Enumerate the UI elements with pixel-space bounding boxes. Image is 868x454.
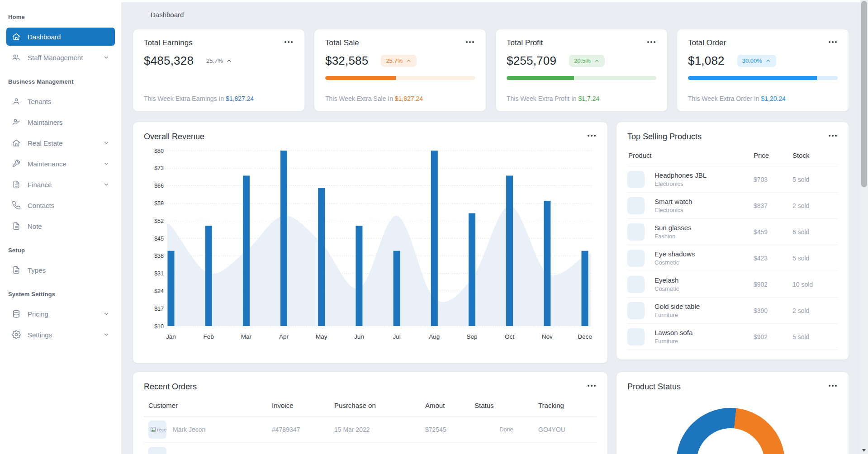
chevron-down-icon [103, 161, 109, 167]
svg-text:$38: $38 [154, 253, 164, 259]
order-invoice: #4789347 [272, 426, 334, 433]
bar-oct [506, 175, 513, 326]
revenue-area-series [167, 206, 591, 326]
product-row-eye-shadows: Eye shadowsCosmetic$4235 sold [627, 245, 838, 271]
sidebar: HomeDashboardStaff ManagementBusiness Ma… [0, 0, 121, 454]
sidebar-item-maintainers[interactable]: Maintainers [6, 113, 115, 131]
stat-card-delta: 25.7% [381, 55, 417, 67]
stat-card-menu-button[interactable] [646, 38, 656, 46]
home-icon [12, 138, 21, 147]
stat-card-value: $1,082 [688, 54, 725, 68]
bar-aug [431, 151, 438, 326]
sidebar-item-note[interactable]: Note [6, 217, 115, 235]
svg-text:Dece: Dece [578, 333, 592, 340]
svg-text:$66: $66 [154, 183, 164, 189]
product-avatar [627, 250, 645, 267]
products-table-body: Headphones JBLElectronics$7035 soldSmart… [627, 166, 838, 350]
sidebar-item-types[interactable]: Types [6, 261, 115, 279]
stat-card-menu-button[interactable] [284, 38, 294, 46]
product-price: $902 [754, 281, 792, 288]
stat-card-title: Total Order [688, 38, 726, 47]
phone-icon [12, 201, 21, 210]
stat-card-progress-bar [507, 76, 656, 80]
svg-text:Aug: Aug [429, 333, 440, 340]
product-avatar [627, 171, 645, 188]
person-check-icon [12, 118, 21, 127]
product-name: Smart watch [655, 198, 754, 205]
product-row-headphones-jbl: Headphones JBLElectronics$7035 sold [627, 166, 838, 193]
stat-card-menu-button[interactable] [828, 38, 838, 46]
stat-card-total-earnings: Total Earnings$485,32825.7%This Week Ext… [133, 29, 304, 111]
svg-text:$52: $52 [154, 218, 164, 224]
product-avatar [627, 328, 645, 345]
sidebar-item-contacts[interactable]: Contacts [6, 196, 115, 214]
svg-text:$73: $73 [154, 165, 164, 171]
product-category: Fashion [655, 233, 754, 240]
product-status-donut [676, 408, 785, 454]
sidebar-item-tenants[interactable]: Tenants [6, 92, 115, 110]
chevron-down-icon [103, 181, 109, 188]
svg-text:$31: $31 [154, 270, 164, 277]
arrow-up-icon [226, 58, 232, 64]
sidebar-item-dashboard[interactable]: Dashboard [6, 28, 115, 46]
product-row-eyelash: EyelashCosmetic$90210 sold [627, 271, 838, 298]
recent-orders-card: Recent Orders Customer Invoice Pusrchase… [133, 372, 607, 454]
sidebar-item-maintenance[interactable]: Maintenance [6, 155, 115, 173]
stat-card-note-amount: $1,7.24 [578, 95, 599, 102]
sidebar-item-label: Dashboard [28, 33, 61, 41]
sidebar-item-finance[interactable]: Finance [6, 175, 115, 194]
page-scrollbar[interactable] [860, 0, 868, 454]
bar-nov [544, 201, 550, 326]
top-selling-products-title: Top Selling Products [627, 132, 702, 142]
stat-card-note: This Week Extra Profit In $1,7.24 [507, 95, 656, 102]
breadcrumb: Dashboard [151, 11, 849, 19]
overall-revenue-card: Overall Revenue $80$73$66$59$52$45$38$31… [133, 122, 607, 363]
overall-revenue-menu-button[interactable] [587, 132, 597, 139]
bar-dece [582, 251, 588, 326]
sidebar-item-real-estate[interactable]: Real Estate [6, 134, 115, 152]
bar-may [318, 188, 325, 326]
orders-table-body: receMark Jecon#478934715 Mar 2022$72545D… [144, 416, 597, 454]
stat-card-value: $255,709 [507, 54, 556, 68]
stat-card-value: $485,328 [144, 54, 194, 68]
arrow-up-icon [594, 58, 600, 64]
product-avatar [627, 223, 645, 241]
recent-orders-menu-button[interactable] [587, 382, 597, 389]
stat-card-title: Total Earnings [144, 38, 193, 47]
svg-text:$17: $17 [154, 306, 164, 312]
orders-col-tracking: Tracking [538, 402, 597, 409]
sidebar-item-pricing[interactable]: Pricing [6, 305, 115, 323]
order-purchase-date: 15 Mar 2022 [334, 426, 425, 433]
person-icon [12, 97, 21, 106]
sidebar-item-staff-management[interactable]: Staff Management [6, 48, 115, 66]
scrollbar-down-arrow-icon[interactable] [862, 449, 866, 452]
bar-mar [243, 175, 250, 326]
bar-jul [394, 251, 400, 326]
sidebar-section-business-management: Business Management [8, 78, 113, 85]
product-category: Furniture [655, 338, 754, 345]
stat-card-delta: 30.00% [737, 55, 776, 67]
products-col-product: Product [628, 151, 754, 159]
sidebar-item-label: Settings [28, 331, 52, 339]
bar-apr [280, 151, 287, 326]
arrow-up-icon [765, 58, 771, 64]
top-selling-products-menu-button[interactable] [828, 132, 838, 139]
svg-text:$45: $45 [154, 236, 164, 242]
product-stock: 5 sold [792, 176, 838, 183]
bar-feb [205, 226, 212, 326]
product-name: Sun glasses [655, 224, 754, 232]
stat-cards-row: Total Earnings$485,32825.7%This Week Ext… [133, 29, 849, 111]
stat-card-menu-button[interactable] [465, 38, 475, 46]
svg-text:Jan: Jan [166, 333, 176, 340]
sidebar-item-label: Maintenance [28, 160, 66, 168]
broken-image-icon [150, 426, 156, 432]
product-stock: 2 sold [792, 307, 838, 314]
product-avatar [627, 197, 645, 214]
product-name: Eye shadows [655, 250, 754, 258]
sidebar-item-settings[interactable]: Settings [6, 326, 115, 344]
scrollbar-thumb[interactable] [861, 1, 867, 187]
product-category: Electronics [655, 180, 754, 187]
product-price: $837 [754, 202, 792, 209]
stat-card-note: This Week Extra Sale In $1,827.24 [325, 95, 475, 102]
product-status-menu-button[interactable] [828, 382, 838, 389]
